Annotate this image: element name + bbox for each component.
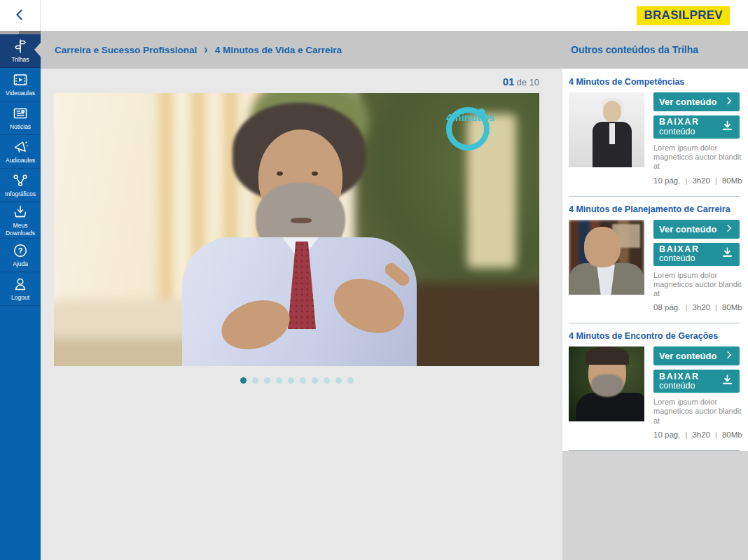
page-counter: 01de 10 (503, 76, 539, 88)
card-size: 80Mb (722, 430, 742, 439)
card-description: Lorem ipsum dolor magneticos auctor blan… (653, 398, 746, 426)
card-description: Lorem ipsum dolor magneticos auctor blan… (653, 144, 746, 172)
page-counter-of: de (516, 77, 526, 88)
sidebar-item-meus-downloads[interactable]: Meus Downloads (0, 202, 41, 239)
chevron-left-icon (13, 7, 28, 24)
card-list: 4 Minutos de Competências Ver conteúdo (562, 69, 748, 451)
download-content-button[interactable]: BAIXAR conteúdo (653, 370, 740, 393)
card-pages: 08 pág. (653, 303, 680, 312)
card-title[interactable]: 4 Minutos de Planejamento de Carreira (569, 204, 740, 214)
download-icon (721, 374, 734, 389)
video-player[interactable]: 4minutOs (54, 93, 539, 366)
download-label-line2: conteúdo (659, 127, 695, 136)
content-card-geracoes: 4 Minutos de Encontro de Gerações Ver co… (569, 331, 740, 451)
view-content-button[interactable]: Ver conteúdo (653, 92, 740, 111)
sidebar-item-label: Ajuda (13, 260, 28, 267)
card-title[interactable]: 4 Minutos de Encontro de Gerações (569, 331, 740, 341)
video-icon (12, 71, 29, 88)
page-counter-current: 01 (503, 76, 515, 88)
download-tray-icon (12, 204, 29, 220)
card-duration: 3h20 (692, 303, 710, 312)
download-label-line2: conteúdo (659, 253, 695, 263)
chevron-right-icon (724, 96, 734, 108)
card-size: 80Mb (722, 303, 742, 312)
sidebar-item-label: Logout (11, 294, 29, 301)
card-description: Lorem ipsum dolor magneticos auctor blan… (653, 271, 746, 299)
card-thumbnail[interactable] (569, 92, 644, 167)
person-icon (12, 276, 29, 293)
download-icon (721, 120, 734, 135)
watermark-text: 4minutOs (446, 111, 494, 123)
card-thumbnail[interactable] (569, 346, 644, 421)
sidebar-item-label: Noticias (10, 123, 31, 130)
card-meta: 08 pág. | 3h20 | 80Mb (653, 303, 740, 312)
sidebar-item-label: Meus Downloads (1, 222, 39, 236)
view-button-label: Ver conteúdo (659, 97, 716, 107)
topbar-divider (40, 0, 41, 31)
4minutos-watermark: 4minutOs (446, 107, 537, 174)
main-content: Carreira e Sucesso Profissional › 4 Minu… (41, 31, 562, 560)
card-pages: 10 pag. (653, 430, 680, 439)
download-label-line1: BAIXAR (659, 372, 700, 382)
sidebar-item-label: Videoaulas (6, 90, 35, 97)
card-size: 80Mb (722, 176, 742, 185)
card-duration: 3h20 (692, 430, 710, 439)
download-label-line1: BAIXAR (659, 244, 700, 254)
topbar: BRASILPREV (0, 0, 748, 31)
network-icon (12, 172, 29, 189)
related-content-panel: Outros conteúdos da Trilha 4 Minutos de … (562, 31, 748, 560)
pager-dot[interactable] (335, 377, 342, 384)
chevron-right-icon: › (204, 44, 207, 55)
sidebar-item-label: Audioaulas (6, 157, 35, 164)
pager-dot[interactable] (240, 377, 247, 384)
pager-dot[interactable] (312, 377, 318, 384)
sidebar-item-noticias[interactable]: Noticias (0, 102, 41, 135)
download-icon (721, 246, 734, 262)
breadcrumb-item-trail[interactable]: Carreira e Sucesso Profissional (55, 45, 197, 55)
card-title[interactable]: 4 Minutos de Competências (569, 77, 740, 87)
pager-dot[interactable] (324, 377, 330, 384)
megaphone-icon (12, 139, 29, 155)
brasilprev-logo: BRASILPREV (637, 6, 730, 25)
chevron-right-icon (724, 350, 734, 362)
card-pages: 10 pág. (653, 176, 680, 185)
page-counter-total: 10 (529, 77, 539, 88)
signpost-icon (12, 38, 29, 55)
question-icon: ? (12, 242, 29, 259)
sidebar-item-label: Trilhas (11, 56, 29, 63)
scroll-thumb[interactable] (19, 31, 41, 34)
pager-dot[interactable] (300, 377, 306, 384)
pager-dot[interactable] (252, 377, 258, 384)
download-label-line1: BAIXAR (659, 117, 700, 127)
sidebar-scroll-strip[interactable] (0, 31, 41, 34)
pager-dot[interactable] (264, 377, 270, 384)
pager-dot[interactable] (347, 377, 354, 384)
sidebar-item-logout[interactable]: Logout (0, 272, 41, 306)
content-card-planejamento: 4 Minutos de Planejamento de Carreira Ve… (569, 204, 740, 324)
view-content-button[interactable]: Ver conteúdo (653, 220, 740, 239)
download-content-button[interactable]: BAIXAR conteúdo (653, 115, 740, 139)
download-content-button[interactable]: BAIXAR conteúdo (653, 243, 740, 266)
sidebar-nav: Trilhas Videoaulas Noticias Audioaulas I (0, 31, 41, 560)
breadcrumb-item-current: 4 Minutos de Vida e Carreira (215, 45, 342, 55)
newspaper-icon (12, 105, 29, 122)
pager-dots (54, 377, 539, 384)
sidebar-item-audioaulas[interactable]: Audioaulas (0, 135, 41, 169)
card-duration: 3h20 (692, 176, 710, 185)
pager-dot[interactable] (288, 377, 294, 384)
card-meta: 10 pág. | 3h20 | 80Mb (653, 176, 740, 185)
download-label-line2: conteúdo (659, 381, 695, 391)
sidebar-item-infograficos[interactable]: Infográficos (0, 169, 41, 202)
sidebar-item-videoaulas[interactable]: Videoaulas (0, 68, 41, 102)
view-content-button[interactable]: Ver conteúdo (653, 346, 740, 365)
view-button-label: Ver conteúdo (659, 351, 716, 361)
back-button[interactable] (9, 5, 32, 26)
chevron-right-icon (724, 223, 734, 235)
svg-text:?: ? (18, 246, 23, 255)
app-window: BRASILPREV Trilhas Videoaulas Noticias (0, 0, 748, 560)
view-button-label: Ver conteúdo (659, 224, 716, 234)
pager-dot[interactable] (276, 377, 282, 384)
sidebar-item-ajuda[interactable]: ? Ajuda (0, 239, 41, 272)
content-card-competencias: 4 Minutos de Competências Ver conteúdo (569, 77, 740, 197)
card-thumbnail[interactable] (569, 220, 644, 295)
